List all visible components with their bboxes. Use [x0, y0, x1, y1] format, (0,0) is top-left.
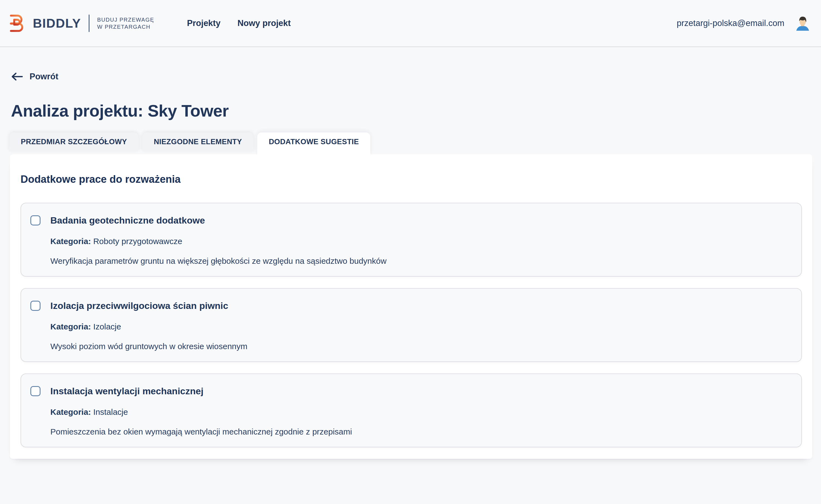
- suggestions-panel: Dodatkowe prace do rozważenia Badania ge…: [10, 154, 812, 459]
- suggestions-list: Badania geotechniczne dodatkoweKategoria…: [21, 203, 802, 447]
- suggestion-category-line: Kategoria: Roboty przygotowawcze: [50, 236, 786, 247]
- user-email: przetargi-polska@email.com: [677, 18, 784, 28]
- suggestion-title: Izolacja przeciwwilgociowa ścian piwnic: [50, 300, 228, 312]
- biddly-logo-icon: [8, 14, 26, 33]
- tab-przedmiar-szczegółowy[interactable]: PRZEDMIAR SZCZEGÓŁOWY: [9, 132, 138, 150]
- category-label: Kategoria:: [50, 237, 91, 246]
- suggestion-description: Pomieszczenia bez okien wymagają wentyla…: [50, 427, 786, 437]
- brand-tagline: BUDUJ PRZEWAGĘ W PRZETARGACH: [97, 16, 154, 30]
- biddly-logo[interactable]: BIDDLY BUDUJ PRZEWAGĘ W PRZETARGACH: [8, 14, 154, 33]
- tab-dodatkowe-sugestie[interactable]: DODATKOWE SUGESTIE: [257, 132, 370, 154]
- suggestion-card: Instalacja wentylacji mechanicznejKatego…: [21, 373, 802, 447]
- panel-heading: Dodatkowe prace do rozważenia: [21, 173, 802, 185]
- arrow-left-icon: [11, 72, 23, 81]
- app-header: BIDDLY BUDUJ PRZEWAGĘ W PRZETARGACH Proj…: [0, 0, 821, 47]
- logo-divider: [89, 15, 89, 32]
- main-nav: ProjektyNowy projekt: [187, 18, 291, 28]
- avatar-shirt: [796, 26, 809, 31]
- suggestion-checkbox[interactable]: [30, 215, 41, 225]
- user-avatar-icon[interactable]: [794, 15, 811, 32]
- suggestion-title: Badania geotechniczne dodatkowe: [50, 214, 205, 226]
- suggestion-description: Wysoki poziom wód gruntowych w okresie w…: [50, 341, 786, 352]
- tab-niezgodne-elementy[interactable]: NIEZGODNE ELEMENTY: [142, 132, 253, 150]
- suggestion-checkbox[interactable]: [30, 386, 41, 396]
- category-label: Kategoria:: [50, 407, 91, 416]
- category-value: Instalacje: [93, 407, 128, 416]
- suggestion-header: Badania geotechniczne dodatkowe: [30, 214, 786, 226]
- page-title: Analiza projektu: Sky Tower: [11, 101, 810, 120]
- user-area: przetargi-polska@email.com: [677, 15, 811, 32]
- category-value: Izolacje: [93, 322, 121, 331]
- suggestion-description: Weryfikacja parametrów gruntu na większe…: [50, 256, 786, 266]
- category-label: Kategoria:: [50, 322, 91, 331]
- back-link[interactable]: Powrót: [11, 72, 58, 82]
- suggestion-category-line: Kategoria: Instalacje: [50, 407, 786, 417]
- suggestion-card: Badania geotechniczne dodatkoweKategoria…: [21, 203, 802, 277]
- back-label: Powrót: [30, 72, 58, 82]
- suggestion-card: Izolacja przeciwwilgociowa ścian piwnicK…: [21, 288, 802, 362]
- suggestion-category-line: Kategoria: Izolacje: [50, 321, 786, 332]
- suggestion-checkbox[interactable]: [30, 301, 41, 311]
- tab-bar: PRZEDMIAR SZCZEGÓŁOWYNIEZGODNE ELEMENTYD…: [9, 132, 810, 154]
- tagline-line1: BUDUJ PRZEWAGĘ: [97, 16, 154, 23]
- suggestion-title: Instalacja wentylacji mechanicznej: [50, 385, 203, 397]
- main-content: Powrót Analiza projektu: Sky Tower PRZED…: [0, 47, 821, 459]
- nav-link-projekty[interactable]: Projekty: [187, 18, 220, 28]
- category-value: Roboty przygotowawcze: [93, 237, 182, 246]
- brand-name: BIDDLY: [33, 16, 81, 31]
- tagline-line2: W PRZETARGACH: [97, 23, 154, 30]
- suggestion-header: Instalacja wentylacji mechanicznej: [30, 385, 786, 397]
- suggestion-header: Izolacja przeciwwilgociowa ścian piwnic: [30, 300, 786, 312]
- nav-link-nowy-projekt[interactable]: Nowy projekt: [238, 18, 291, 28]
